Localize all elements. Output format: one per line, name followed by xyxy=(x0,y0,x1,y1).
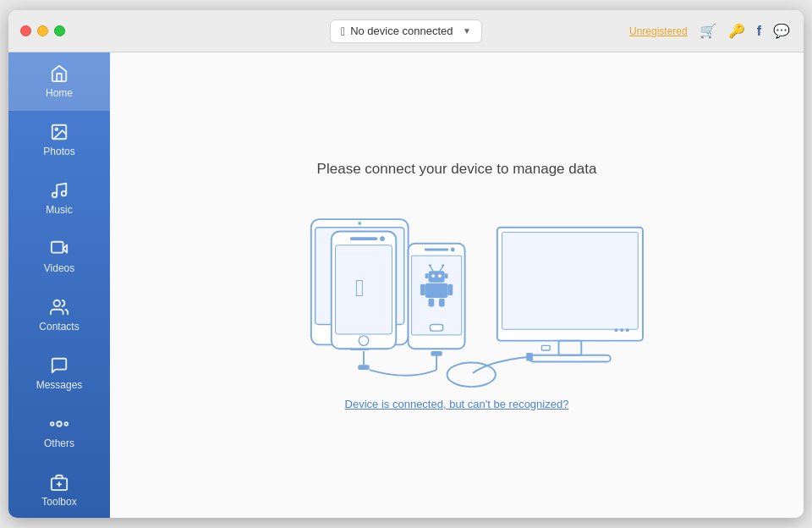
sidebar-label-toolbox: Toolbox xyxy=(41,496,76,508)
svg-point-62 xyxy=(626,328,629,332)
minimize-button[interactable] xyxy=(37,25,48,36)
apple-icon:  xyxy=(341,25,345,38)
sidebar-item-home[interactable]: Home xyxy=(8,52,110,111)
svg-rect-40 xyxy=(425,273,429,278)
home-icon xyxy=(50,64,69,83)
sidebar-label-videos: Videos xyxy=(44,262,74,274)
svg-point-3 xyxy=(62,191,67,196)
main-content: Please connect your device to manage dat… xyxy=(110,52,804,518)
sidebar-item-contacts[interactable]: Contacts xyxy=(8,286,110,344)
svg-rect-51 xyxy=(429,298,435,306)
svg-rect-36 xyxy=(425,248,449,250)
sidebar-item-others[interactable]: Others xyxy=(8,403,110,461)
sidebar-label-others: Others xyxy=(44,437,74,449)
toolbox-icon xyxy=(50,473,69,492)
device-label: No device connected xyxy=(350,25,453,37)
svg-point-47 xyxy=(442,264,444,267)
svg-point-37 xyxy=(451,247,455,251)
svg-rect-30 xyxy=(350,237,378,240)
svg-rect-39 xyxy=(429,271,445,282)
unregistered-link[interactable]: Unregistered xyxy=(629,25,688,37)
sidebar-item-videos[interactable]: Videos xyxy=(8,228,110,286)
connect-message: Please connect your device to manage dat… xyxy=(317,161,597,178)
titlebar-actions: Unregistered 🛒 🔑 f 💬 xyxy=(629,23,790,39)
sidebar-label-home: Home xyxy=(46,87,73,99)
device-selector[interactable]:  No device connected ▼ xyxy=(330,19,482,43)
svg-rect-48 xyxy=(425,283,448,297)
svg-rect-59 xyxy=(502,232,639,329)
cart-icon[interactable]: 🛒 xyxy=(700,23,716,39)
svg-point-1 xyxy=(55,128,58,130)
device-illustration:  xyxy=(254,203,660,389)
sidebar-label-messages: Messages xyxy=(36,379,83,391)
titlebar:  No device connected ▼ Unregistered 🛒 🔑… xyxy=(8,10,804,52)
svg-point-9 xyxy=(64,422,68,426)
others-icon xyxy=(50,415,69,433)
svg-text::  xyxy=(355,274,364,301)
svg-point-45 xyxy=(429,264,431,267)
svg-point-61 xyxy=(620,328,623,332)
sidebar-item-photos[interactable]: Photos xyxy=(8,111,110,169)
close-button[interactable] xyxy=(20,25,31,36)
svg-point-60 xyxy=(615,328,618,332)
traffic-lights xyxy=(20,25,65,36)
sidebar-item-messages[interactable]: Messages xyxy=(8,344,110,403)
svg-rect-49 xyxy=(420,283,425,294)
chevron-down-icon: ▼ xyxy=(463,26,471,36)
svg-point-43 xyxy=(438,274,442,278)
svg-point-2 xyxy=(52,193,58,198)
sidebar-item-toolbox[interactable]: Toolbox xyxy=(8,461,110,518)
svg-rect-66 xyxy=(526,352,533,360)
gift-icon[interactable]: 🔑 xyxy=(728,23,745,39)
svg-rect-4 xyxy=(52,242,63,253)
photos-icon xyxy=(50,123,69,141)
svg-point-6 xyxy=(54,300,60,306)
svg-rect-57 xyxy=(431,351,442,356)
device-connection-help-link[interactable]: Device is connected, but can't be recogn… xyxy=(345,398,569,410)
message-icon[interactable]: 💬 xyxy=(773,23,790,39)
svg-point-27 xyxy=(358,222,361,225)
svg-rect-65 xyxy=(541,345,550,350)
svg-rect-53 xyxy=(430,324,442,331)
sidebar-label-contacts: Contacts xyxy=(39,321,79,333)
app-window:  No device connected ▼ Unregistered 🛒 🔑… xyxy=(8,10,804,518)
sidebar: Home Photos Music xyxy=(8,52,110,518)
messages-icon xyxy=(50,356,69,375)
maximize-button[interactable] xyxy=(54,25,65,36)
svg-point-31 xyxy=(380,236,385,241)
sidebar-label-photos: Photos xyxy=(43,146,74,157)
contacts-icon xyxy=(50,298,69,316)
svg-rect-64 xyxy=(529,355,611,361)
sidebar-label-music: Music xyxy=(46,204,72,216)
videos-icon xyxy=(50,239,69,258)
svg-rect-55 xyxy=(358,365,369,370)
main-layout: Home Photos Music xyxy=(8,52,804,518)
svg-point-42 xyxy=(431,274,435,278)
svg-point-7 xyxy=(57,421,62,426)
facebook-icon[interactable]: f xyxy=(757,24,761,39)
sidebar-item-music[interactable]: Music xyxy=(8,169,110,228)
svg-point-34 xyxy=(359,335,368,344)
svg-rect-63 xyxy=(559,340,582,355)
svg-rect-41 xyxy=(445,273,448,278)
svg-rect-50 xyxy=(447,283,453,294)
svg-rect-52 xyxy=(439,298,445,306)
device-info:  No device connected xyxy=(341,25,453,38)
svg-point-8 xyxy=(51,422,54,426)
music-icon xyxy=(50,181,69,200)
svg-point-67 xyxy=(447,362,496,387)
